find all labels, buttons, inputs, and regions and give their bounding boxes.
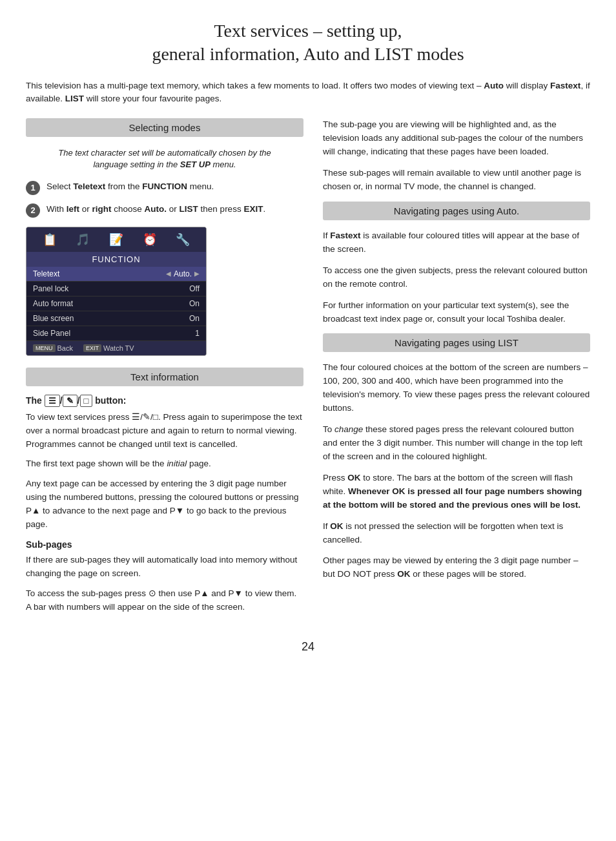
footer-watch-tv: EXIT Watch TV xyxy=(83,344,134,352)
button-para1: To view text services press ☰/✎/□. Press… xyxy=(26,411,303,452)
tv-menu-row-blue-screen: Blue screen On xyxy=(26,311,206,326)
step-1-text: Select Teletext from the FUNCTION menu. xyxy=(46,180,303,193)
page-number: 24 xyxy=(26,640,590,654)
tv-menu-title: FUNCTION xyxy=(26,252,206,267)
nav-list-para2: To change these stored pages press the r… xyxy=(323,423,590,464)
tv-menu-row-auto-format: Auto format On xyxy=(26,296,206,311)
nav-auto-para3: For further information on your particul… xyxy=(323,299,590,326)
right-sub-pages-para3: The sub-page you are viewing will be hig… xyxy=(323,118,590,159)
nav-list-para5: Other pages may be viewed by entering th… xyxy=(323,554,590,581)
button-para3: Any text page can be accessed by enterin… xyxy=(26,477,303,532)
tv-menu-footer: MENU Back EXIT Watch TV xyxy=(26,341,206,355)
sub-pages-heading: Sub-pages xyxy=(26,539,303,550)
right-sub-pages-para4: These sub-pages will remain available to… xyxy=(323,167,590,194)
footer-back: MENU Back xyxy=(33,344,73,352)
step-1: 1 Select Teletext from the FUNCTION menu… xyxy=(26,180,303,195)
sub-pages-para2: To access the sub-pages press ⊙ then use… xyxy=(26,587,303,614)
tv-menu-row-side-panel: Side Panel 1 xyxy=(26,326,206,341)
left-column: Selecting modes The text character set w… xyxy=(26,118,303,620)
menu-icon-2: 🎵 xyxy=(76,233,90,247)
step-2: 2 With left or right choose Auto. or LIS… xyxy=(26,203,303,218)
tv-menu-row-panel-lock: Panel lock Off xyxy=(26,282,206,296)
nav-list-para3: Press OK to store. The bars at the botto… xyxy=(323,472,590,512)
button-para2: The first text page shown will be the in… xyxy=(26,457,303,471)
menu-icon-5: 🔧 xyxy=(176,233,190,247)
menu-icon-4: ⏰ xyxy=(143,233,157,247)
menu-icon-3: 📝 xyxy=(109,233,123,247)
step-number-2: 2 xyxy=(26,203,40,218)
nav-auto-para1: If Fastext is available four coloured ti… xyxy=(323,229,590,256)
italic-note: The text character set will be automatic… xyxy=(26,147,303,171)
step-2-text: With left or right choose Auto. or LIST … xyxy=(46,203,303,216)
selecting-modes-header: Selecting modes xyxy=(26,118,303,137)
page-title: Text services – setting up, general info… xyxy=(26,19,590,67)
step-number-1: 1 xyxy=(26,181,40,195)
button-label: The ☰/✎/□ button: xyxy=(26,395,303,406)
nav-list-para1: The four coloured choices at the bottom … xyxy=(323,361,590,415)
text-information-section: Text information The ☰/✎/□ button: To vi… xyxy=(26,368,303,614)
text-information-header: Text information xyxy=(26,368,303,386)
sub-pages-para1: If there are sub-pages they will automat… xyxy=(26,554,303,581)
tv-menu-box: 📋 🎵 📝 ⏰ 🔧 FUNCTION Teletext ◀ Auto. ▶ Pa… xyxy=(26,227,207,356)
nav-auto-para2: To access one the given subjects, press … xyxy=(323,264,590,291)
intro-text: This television has a multi-page text me… xyxy=(26,79,590,106)
tv-menu-row-teletext: Teletext ◀ Auto. ▶ xyxy=(26,267,206,282)
nav-list-para4: If OK is not pressed the selection will … xyxy=(323,520,590,547)
right-column: The sub-page you are viewing will be hig… xyxy=(323,118,590,620)
tv-menu-icons: 📋 🎵 📝 ⏰ 🔧 xyxy=(26,227,206,252)
nav-auto-header: Navigating pages using Auto. xyxy=(323,202,590,220)
nav-list-header: Navigating pages using LIST xyxy=(323,333,590,352)
two-column-layout: Selecting modes The text character set w… xyxy=(26,118,590,620)
menu-icon-1: 📋 xyxy=(43,233,57,247)
